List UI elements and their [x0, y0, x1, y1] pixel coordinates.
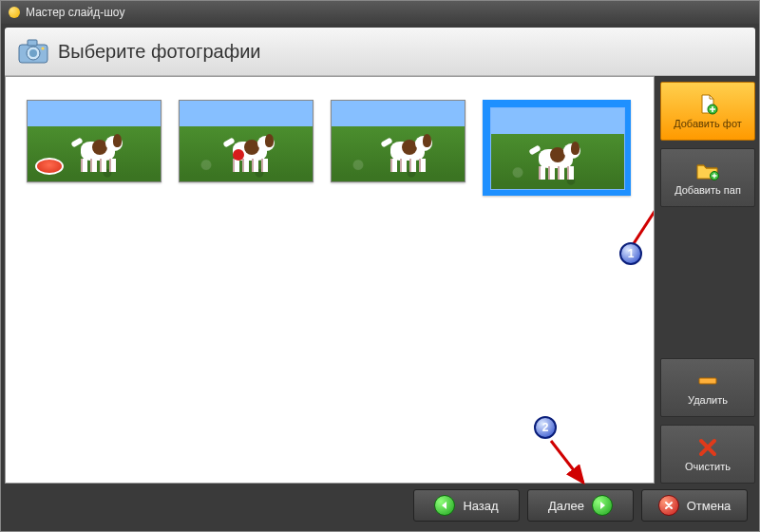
- annotation-badge-1: 1: [619, 242, 642, 265]
- thumbnail-photo-1[interactable]: [27, 100, 162, 182]
- cancel-button[interactable]: Отмена: [641, 489, 748, 522]
- add-photo-label: Добавить фот: [674, 118, 742, 129]
- file-add-icon: [696, 94, 719, 115]
- wizard-header: Выберите фотографии: [5, 28, 755, 76]
- next-label: Далее: [548, 499, 584, 513]
- svg-point-3: [29, 49, 37, 57]
- slideshow-wizard-window: Мастер слайд-шоу Выберите фотографии: [0, 0, 760, 532]
- app-icon: [9, 7, 20, 18]
- titlebar: Мастер слайд-шоу: [1, 1, 759, 24]
- back-button[interactable]: Назад: [413, 489, 520, 522]
- remove-button[interactable]: Удалить: [660, 358, 755, 417]
- clear-label: Очистить: [685, 461, 731, 472]
- camera-icon: [18, 39, 48, 64]
- svg-rect-8: [699, 378, 716, 384]
- remove-label: Удалить: [688, 394, 728, 406]
- svg-point-4: [41, 47, 44, 49]
- clear-button[interactable]: Очистить: [660, 425, 755, 484]
- back-label: Назад: [463, 499, 498, 513]
- add-folder-label: Добавить пап: [674, 184, 741, 196]
- folder-add-icon: [696, 161, 719, 181]
- cancel-icon: [658, 495, 679, 516]
- annotation-badge-2: 2: [534, 416, 557, 439]
- cancel-label: Отмена: [687, 499, 732, 513]
- add-folder-button[interactable]: Добавить пап: [660, 148, 755, 207]
- sidebar: Добавить фот Добавить пап Удалить Очисти: [660, 76, 755, 484]
- thumbnail-photo-3[interactable]: [331, 100, 466, 182]
- wizard-footer: Назад Далее 2 Отмена: [5, 484, 755, 527]
- arrow-left-icon: [434, 495, 455, 516]
- x-icon: [696, 437, 719, 458]
- thumbnail-strip: [6, 77, 654, 196]
- add-photo-button[interactable]: Добавить фот: [660, 82, 755, 141]
- ball-icon: [233, 149, 244, 161]
- window-title: Мастер слайд-шоу: [26, 6, 124, 19]
- minus-icon: [696, 370, 719, 391]
- next-button[interactable]: Далее 2: [527, 489, 634, 522]
- thumbnail-photo-2[interactable]: [179, 100, 314, 182]
- wizard-body: 1 Добавить фот Добавить пап Удалить: [5, 76, 755, 484]
- page-title: Выберите фотографии: [58, 41, 261, 63]
- arrow-right-icon: [592, 495, 613, 516]
- photo-canvas[interactable]: 1: [5, 76, 655, 484]
- svg-rect-1: [28, 40, 37, 46]
- thumbnail-photo-4-selected[interactable]: [483, 100, 631, 196]
